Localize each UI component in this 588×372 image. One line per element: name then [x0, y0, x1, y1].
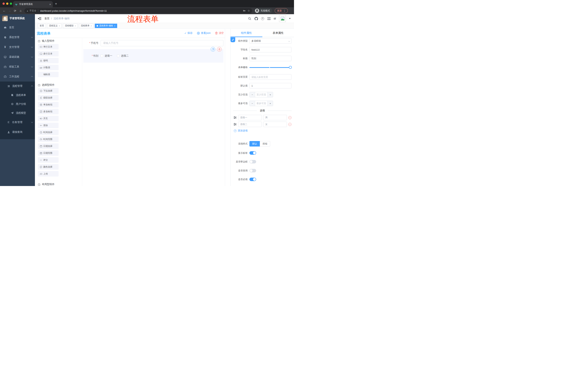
- address-bar[interactable]: ▲ 不安全 dashboard.yudao.iocoder.cn/bpm/man…: [24, 8, 252, 13]
- tag-close-icon[interactable]: ×: [114, 25, 115, 27]
- border-toggle[interactable]: [249, 160, 256, 163]
- title-input[interactable]: [249, 56, 292, 61]
- palette-item-checkbox-group[interactable]: 多选框组: [38, 109, 59, 114]
- label-width-input[interactable]: [249, 74, 292, 80]
- option-style-segmented[interactable]: 默认 按钮: [249, 141, 270, 147]
- option-label-input[interactable]: 选项二: [238, 122, 262, 127]
- clear-button[interactable]: 清空: [215, 32, 224, 35]
- tag-close-icon[interactable]: ×: [74, 25, 76, 27]
- sidebar-item-system[interactable]: 系统管理: [0, 32, 35, 42]
- palette-item-select[interactable]: 下拉选择: [38, 88, 59, 94]
- back-icon[interactable]: ←: [1, 9, 7, 12]
- tag-process-definition[interactable]: 流程定义 ×: [47, 24, 62, 28]
- tag-home[interactable]: 首页: [38, 24, 46, 28]
- sidebar-item-label[interactable]: 流程表单: [16, 94, 26, 97]
- sidebar-item-task-mgmt[interactable]: 任务管理: [0, 117, 35, 127]
- sidebar-item-label[interactable]: 支付管理: [9, 45, 29, 49]
- option-label-input[interactable]: 选项一: [238, 115, 262, 120]
- update-label[interactable]: 更新: [277, 9, 282, 12]
- palette-item-radio-group[interactable]: 单选框组: [38, 102, 59, 107]
- view-json-button[interactable]: 查看json: [197, 32, 211, 35]
- window-controls[interactable]: [2, 2, 12, 5]
- increase-icon[interactable]: +: [267, 101, 273, 106]
- checkbox-icon[interactable]: [117, 55, 119, 57]
- default-value-input[interactable]: [249, 83, 292, 88]
- sidebar-item-label[interactable]: 研发工具: [9, 65, 29, 68]
- sidebar-item-devtools[interactable]: 研发工具: [0, 62, 35, 72]
- fullscreen-icon[interactable]: [267, 17, 271, 20]
- search-icon[interactable]: [248, 17, 252, 20]
- slider-handle[interactable]: [289, 66, 292, 69]
- browser-tab[interactable]: 芋道管理系统 ×: [13, 1, 53, 7]
- url-text[interactable]: dashboard.yudao.iocoder.cn/bpm/manager/f…: [40, 10, 241, 12]
- grid-span-slider[interactable]: [249, 66, 292, 69]
- disabled-toggle[interactable]: [249, 169, 256, 172]
- palette-item-rate[interactable]: ☆ 评分: [38, 157, 59, 163]
- palette-item-color-picker[interactable]: 颜色选择: [38, 164, 59, 170]
- sidebar-item-process-mgmt[interactable]: 流程管理: [0, 82, 35, 91]
- field-name-input[interactable]: [249, 47, 292, 53]
- save-button[interactable]: ✓ 保存: [184, 32, 193, 35]
- palette-item-password[interactable]: 密码: [38, 58, 59, 63]
- remove-option-icon[interactable]: −: [288, 116, 292, 119]
- sidebar-item-label[interactable]: 任务管理: [12, 121, 29, 124]
- palette-item-date-range[interactable]: 日期范围: [38, 150, 59, 156]
- phone-input[interactable]: 请输入手机号: [101, 40, 223, 46]
- new-tab-button[interactable]: +: [55, 2, 57, 6]
- sidebar-item-home[interactable]: 首页: [0, 22, 35, 32]
- min-select-stepper[interactable]: − 至少应选 +: [249, 92, 273, 97]
- palette-item-single-text[interactable]: 单行文本: [38, 44, 59, 50]
- canvas-scrollbar[interactable]: [225, 29, 225, 186]
- drag-handle-icon[interactable]: [233, 123, 237, 126]
- tag-process-form-edit[interactable]: 流程表单-编辑 ×: [95, 24, 117, 28]
- increase-icon[interactable]: +: [267, 92, 273, 97]
- maximize-window-button[interactable]: [10, 2, 12, 5]
- tag-close-icon[interactable]: ×: [59, 25, 60, 27]
- sidebar-item-label[interactable]: 流程模型: [16, 111, 26, 115]
- required-toggle[interactable]: [249, 178, 256, 181]
- palette-item-date-picker[interactable]: 日期选择: [38, 143, 59, 149]
- tab-form-props[interactable]: 表单属性: [262, 29, 294, 37]
- tag-close-icon[interactable]: ×: [91, 25, 92, 27]
- font-size-icon[interactable]: tT: [274, 17, 276, 20]
- close-window-button[interactable]: [2, 2, 5, 5]
- canvas-field-gender-selected[interactable]: *性别 选项一 选项二: [83, 49, 223, 63]
- sidebar-item-user-group[interactable]: 用户分组: [0, 100, 35, 108]
- sidebar-item-infra[interactable]: 基础设施: [0, 52, 35, 62]
- option-value-input[interactable]: 女: [263, 122, 287, 127]
- form-canvas[interactable]: *手机号 请输入手机号 *性别 选项一 选项二: [82, 38, 225, 186]
- forward-icon[interactable]: →: [7, 9, 12, 12]
- browser-menu-icon[interactable]: ⋮: [283, 9, 286, 12]
- palette-item-time-range[interactable]: 时间范围: [38, 137, 59, 142]
- sidebar-item-label[interactable]: 流程管理: [12, 85, 29, 88]
- tag-process-form[interactable]: 流程表单 ×: [79, 24, 94, 28]
- avatar-caret-icon[interactable]: [289, 18, 291, 19]
- add-option-button[interactable]: + 添加选项: [234, 129, 248, 132]
- sidebar-item-leave-query[interactable]: 请假查询: [0, 127, 35, 137]
- decrease-icon[interactable]: −: [250, 101, 255, 106]
- home-icon[interactable]: ⌂: [18, 9, 23, 12]
- palette-item-time-picker[interactable]: 时间选择: [38, 130, 59, 135]
- help-icon[interactable]: ?: [261, 17, 264, 20]
- palette-item-cascader[interactable]: 级联选择: [38, 95, 59, 100]
- gender-checkbox-option1[interactable]: 选项一: [101, 54, 112, 57]
- password-key-icon[interactable]: [243, 9, 246, 12]
- drag-handle-icon[interactable]: [233, 116, 237, 119]
- github-icon[interactable]: [254, 17, 258, 20]
- sidebar-item-process-form[interactable]: 流程表单: [0, 91, 35, 100]
- bookmark-star-icon[interactable]: ☆: [248, 9, 250, 12]
- palette-item-switch[interactable]: 开关: [38, 116, 59, 121]
- palette-item-slider[interactable]: 滑块: [38, 123, 59, 128]
- option-value-input[interactable]: 男: [263, 115, 287, 120]
- sidebar-item-label[interactable]: 基础设施: [9, 55, 29, 59]
- sidebar-item-workflow[interactable]: 工作流程: [0, 72, 35, 82]
- sidebar-item-process-model[interactable]: 流程模型: [0, 108, 35, 117]
- breadcrumb-home[interactable]: 首页: [44, 17, 50, 20]
- max-select-stepper[interactable]: − 最多可选 +: [249, 101, 273, 106]
- tab-close-icon[interactable]: ×: [49, 3, 51, 6]
- style-button-button[interactable]: 按钮: [260, 141, 270, 147]
- checkbox-icon[interactable]: [101, 55, 103, 57]
- sidebar-fold-icon[interactable]: [38, 17, 42, 20]
- palette-item-editor[interactable]: 编辑器: [38, 72, 59, 77]
- sidebar-item-payment[interactable]: ¥ 支付管理: [0, 42, 35, 52]
